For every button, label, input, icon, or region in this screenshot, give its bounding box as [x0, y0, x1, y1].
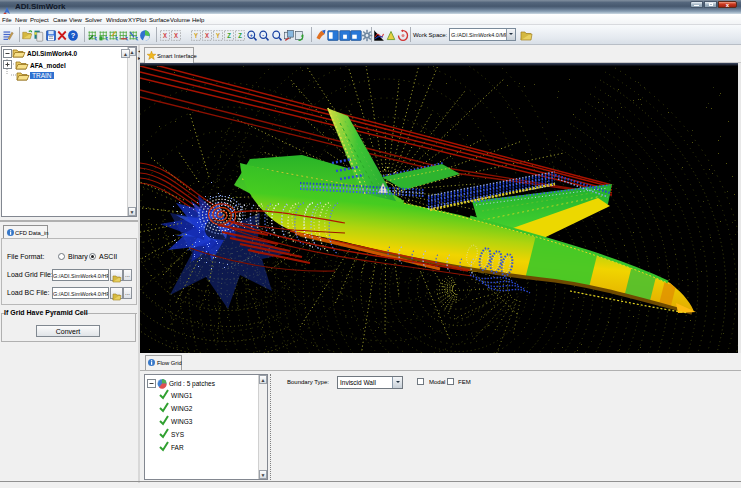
svg-text:+: + [250, 32, 253, 38]
svg-text:Y: Y [194, 32, 199, 39]
svg-text:?: ? [71, 31, 76, 40]
svg-text:X: X [205, 32, 210, 39]
svg-text:X: X [163, 32, 168, 39]
svg-text:Y: Y [216, 32, 221, 39]
svg-text:Z: Z [238, 32, 242, 39]
svg-text:Z: Z [227, 32, 231, 39]
svg-text:X: X [174, 32, 179, 39]
svg-text:-: - [262, 32, 264, 38]
